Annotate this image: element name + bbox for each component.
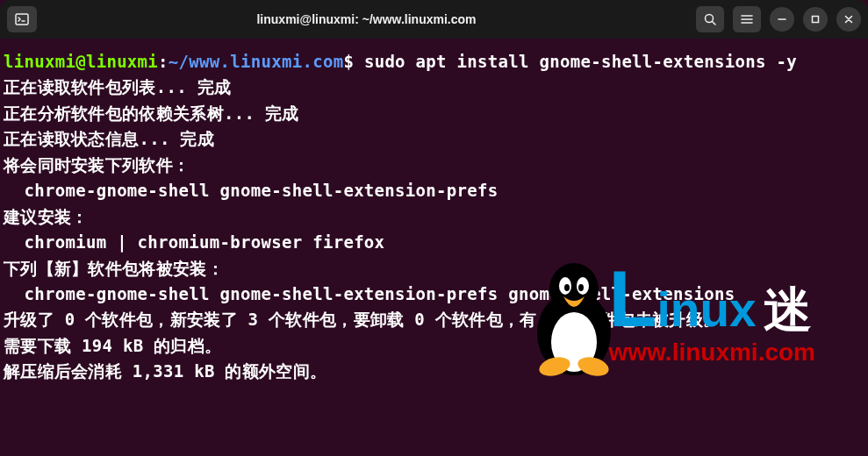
svg-rect-0 [16,14,28,25]
output-line: 升级了 0 个软件包，新安装了 3 个软件包，要卸载 0 个软件包，有 4 个软… [4,310,720,329]
minimize-button[interactable] [770,7,794,32]
output-line: chromium | chromium-browser firefox [4,232,384,252]
close-icon [844,15,853,24]
new-tab-button[interactable] [7,6,37,32]
prompt-dollar: $ [343,52,354,71]
window-title: linuxmi@linuxmi: ~/www.linuxmi.com [256,12,476,26]
output-line: chrome-gnome-shell gnome-shell-extension… [4,284,735,303]
output-line: 建议安装： [4,207,89,226]
prompt-path: ~/www.linuxmi.com [169,52,344,71]
maximize-icon [811,15,820,24]
hamburger-icon [741,14,753,25]
terminal-icon [15,13,29,25]
prompt-colon: : [158,52,169,71]
search-button[interactable] [696,6,724,32]
output-line: 正在分析软件包的依赖关系树... 完成 [4,103,298,123]
output-line: 正在读取状态信息... 完成 [4,129,214,148]
output-line: 将会同时安装下列软件： [4,155,190,175]
svg-rect-2 [812,17,818,23]
window-titlebar: linuxmi@linuxmi: ~/www.linuxmi.com [0,0,868,39]
titlebar-left [7,6,37,32]
terminal-content[interactable]: linuxmi@linuxmi:~/www.linuxmi.com$ sudo … [0,39,868,395]
output-line: chrome-gnome-shell gnome-shell-extension… [4,181,498,200]
output-line: 下列【新】软件包将被安装： [4,259,224,278]
menu-button[interactable] [733,6,761,32]
minimize-icon [778,15,786,24]
output-line: 正在读取软件包列表... 完成 [4,77,231,96]
titlebar-right [696,6,861,32]
output-line: 解压缩后会消耗 1,331 kB 的额外空间。 [4,361,326,381]
close-button[interactable] [836,7,861,32]
search-icon [704,13,716,25]
output-line: 需要下载 194 kB 的归档。 [4,336,221,355]
command-text: sudo apt install gnome-shell-extensions … [364,52,797,71]
prompt-user-host: linuxmi@linuxmi [4,52,158,71]
maximize-button[interactable] [803,7,828,32]
